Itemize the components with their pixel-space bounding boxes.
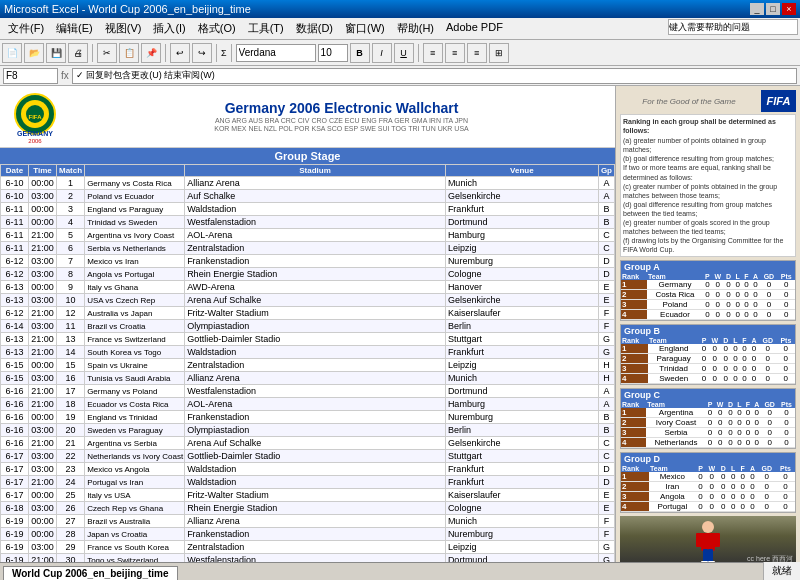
copy-button[interactable]: 📋 xyxy=(119,43,139,63)
table-row: 6-1903:0029France vs South KoreaZentrals… xyxy=(1,541,615,554)
group-a-row-1: 1Germany00000000 xyxy=(621,280,795,290)
table-row: 6-1203:007Mexico vs IranFrankenstadionNu… xyxy=(1,255,615,268)
gd-w: W xyxy=(705,465,718,472)
font-family-input[interactable] xyxy=(236,44,316,62)
window-controls: _ □ × xyxy=(750,3,796,15)
group-d-row-4: 4Portugal00000000 xyxy=(621,502,795,512)
menu-adobe[interactable]: Adobe PDF xyxy=(440,19,509,38)
gh-a: A xyxy=(751,273,761,280)
font-size-input[interactable] xyxy=(318,44,348,62)
minimize-button[interactable]: _ xyxy=(750,3,764,15)
align-center-button[interactable]: ≡ xyxy=(445,43,465,63)
svg-point-6 xyxy=(702,521,714,533)
cell-reference-input[interactable] xyxy=(3,68,58,84)
status-bar: 就绪 xyxy=(763,562,800,580)
menu-tools[interactable]: 工具(T) xyxy=(242,19,290,38)
window-title: Microsoft Excel - World Cup 2006_en_beij… xyxy=(4,3,251,15)
col-stadium: Stadium xyxy=(185,165,446,177)
print-button[interactable]: 🖨 xyxy=(68,43,88,63)
rules-box: Ranking in each group shall be determine… xyxy=(620,114,796,257)
menu-format[interactable]: 格式(O) xyxy=(192,19,242,38)
italic-button[interactable]: I xyxy=(372,43,392,63)
gb-w: W xyxy=(709,337,721,344)
gh-l: L xyxy=(733,273,742,280)
group-c-row-3: 3Serbia00000000 xyxy=(621,428,795,438)
table-row: 6-1121:006Serbia vs NetherlandsZentralst… xyxy=(1,242,615,255)
formula-bar: fx ✓ 回复时包含更改(U) 结束审阅(W) xyxy=(0,66,800,86)
close-button[interactable]: × xyxy=(782,3,796,15)
title-area: Germany 2006 Electronic Wallchart ANG AR… xyxy=(73,100,610,133)
gc-rank: Rank xyxy=(621,401,646,408)
table-row: 6-1721:0024Portugal vs IranWaldstadionFr… xyxy=(1,476,615,489)
table-row: 6-1900:0028Japan vs CroatiaFrankenstadio… xyxy=(1,528,615,541)
col-match: Match xyxy=(57,165,85,177)
col-teams xyxy=(85,165,185,177)
gh-team: Team xyxy=(647,273,703,280)
formula-content[interactable]: ✓ 回复时包含更改(U) 结束审阅(W) xyxy=(72,68,797,84)
gb-gd: GD xyxy=(759,337,777,344)
menu-edit[interactable]: 编辑(E) xyxy=(50,19,99,38)
menu-data[interactable]: 数据(D) xyxy=(290,19,339,38)
menu-view[interactable]: 视图(V) xyxy=(99,19,148,38)
svg-text:GERMANY: GERMANY xyxy=(17,130,53,137)
table-row: 6-1621:0017Germany vs PolandWestfalensta… xyxy=(1,385,615,398)
underline-button[interactable]: U xyxy=(394,43,414,63)
open-button[interactable]: 📂 xyxy=(24,43,44,63)
menu-help[interactable]: 帮助(H) xyxy=(391,19,440,38)
group-d-row-2: 2Iran00000000 xyxy=(621,482,795,492)
gh-gd: GD xyxy=(760,273,777,280)
table-row: 6-1621:0021Argentina vs SerbiaArena Auf … xyxy=(1,437,615,450)
align-left-button[interactable]: ≡ xyxy=(423,43,443,63)
maximize-button[interactable]: □ xyxy=(766,3,780,15)
align-right-button[interactable]: ≡ xyxy=(467,43,487,63)
bold-button[interactable]: B xyxy=(350,43,370,63)
gh-rank: Rank xyxy=(621,273,647,280)
gb-a: A xyxy=(749,337,759,344)
menu-window[interactable]: 窗口(W) xyxy=(339,19,391,38)
redo-button[interactable]: ↪ xyxy=(192,43,212,63)
table-row: 6-1300:009Italy vs GhanaAWD-ArenaHanover… xyxy=(1,281,615,294)
new-button[interactable]: 📄 xyxy=(2,43,22,63)
gc-pts: Pts xyxy=(778,401,795,408)
gb-pts: Pts xyxy=(777,337,795,344)
gc-p: P xyxy=(706,401,715,408)
group-stage-header: Group Stage xyxy=(0,148,615,164)
player-image: cc here 西西河 xyxy=(620,516,796,562)
save-button[interactable]: 💾 xyxy=(46,43,66,63)
separator-3 xyxy=(216,44,217,62)
table-row: 6-1121:005Argentina vs Ivory CoastAOL-Ar… xyxy=(1,229,615,242)
spreadsheet-wrapper[interactable]: FIFA GERMANY 2006 Germany 2006 Electroni… xyxy=(0,86,615,562)
table-row: 6-1203:008Angola vs PortugalRhein Energi… xyxy=(1,268,615,281)
separator-5 xyxy=(418,44,419,62)
table-row: 6-1703:0023Mexico vs AngolaWaldstadionFr… xyxy=(1,463,615,476)
merge-button[interactable]: ⊞ xyxy=(489,43,509,63)
table-row: 6-1321:0013France vs SwitzerlandGottlieb… xyxy=(1,333,615,346)
gc-w: W xyxy=(714,401,725,408)
data-rows: 6-1000:001Germany vs Costa RicaAllianz A… xyxy=(1,177,615,563)
table-row: 6-1703:0022Netherlands vs Ivory CoastGot… xyxy=(1,450,615,463)
col-time: Time xyxy=(29,165,57,177)
undo-button[interactable]: ↩ xyxy=(170,43,190,63)
gc-f: F xyxy=(744,401,753,408)
group-b-row-2: 2Paraguay00000000 xyxy=(621,354,795,364)
paste-button[interactable]: 📌 xyxy=(141,43,161,63)
group-b-row-3: 3Trinidad00000000 xyxy=(621,364,795,374)
table-row: 6-1621:0018Ecuador vs Costa RicaAOL-Aren… xyxy=(1,398,615,411)
slogan-text: For the Good of the Game xyxy=(620,97,758,106)
gc-a: A xyxy=(752,401,761,408)
svg-text:FIFA: FIFA xyxy=(29,114,43,120)
gb-rank: Rank xyxy=(621,337,648,344)
svg-rect-7 xyxy=(701,533,715,551)
menu-insert[interactable]: 插入(I) xyxy=(147,19,191,38)
separator-1 xyxy=(92,44,93,62)
group-b-box: Group B RankTeamPWDLFAGDPts 1England0000… xyxy=(620,324,796,385)
menu-file[interactable]: 文件(F) xyxy=(2,19,50,38)
help-search-input[interactable] xyxy=(668,19,798,35)
group-a-title: Group A xyxy=(621,261,795,273)
active-sheet-tab[interactable]: World Cup 2006_en_beijing_time xyxy=(3,566,178,580)
gh-pts: Pts xyxy=(777,273,795,280)
svg-text:2006: 2006 xyxy=(28,138,42,144)
group-d-table: RankTeamPWDLFAGDPts 1Mexico00000000 2Ira… xyxy=(621,465,795,512)
gd-f: F xyxy=(738,465,747,472)
cut-button[interactable]: ✂ xyxy=(97,43,117,63)
